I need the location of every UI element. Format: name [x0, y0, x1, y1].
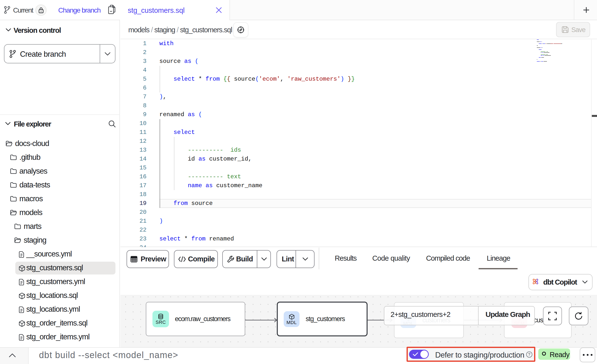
svg-text:?: ? [528, 352, 531, 357]
